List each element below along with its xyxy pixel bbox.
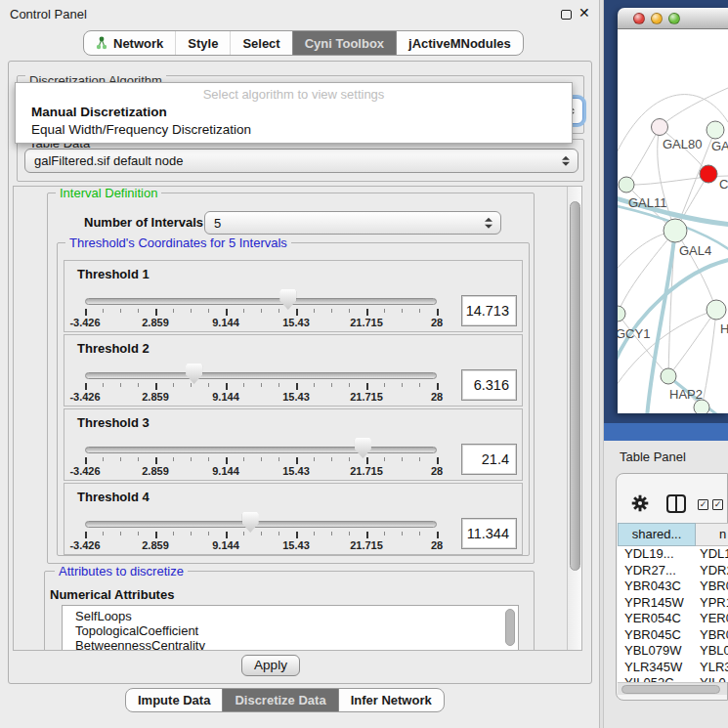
tab-jactivemnodules[interactable]: jActiveMNodules xyxy=(396,31,523,55)
algorithm-dropdown-popup: Select algorithm to view settings Manual… xyxy=(15,82,573,144)
list-scrollbar[interactable] xyxy=(505,609,515,646)
dropdown-item-equal-width[interactable]: Equal Width/Frequency Discretization xyxy=(31,122,251,137)
slider-thumb[interactable] xyxy=(186,364,202,384)
tab-network[interactable]: Network xyxy=(84,31,175,55)
num-intervals-label: Number of Intervals xyxy=(84,215,203,230)
network-node[interactable] xyxy=(661,368,676,384)
threshold-value-field[interactable]: 6.316 xyxy=(461,369,517,401)
slider-scale-labels: -3.4262.8599.14415.4321.71528 xyxy=(64,465,522,477)
threshold-value-field[interactable]: 21.4 xyxy=(461,444,517,475)
table-row[interactable]: YDL19...YDL1 xyxy=(618,546,728,563)
network-node[interactable] xyxy=(700,165,717,183)
slider-track[interactable] xyxy=(85,447,437,453)
network-node[interactable] xyxy=(618,306,625,321)
scrollbar-thumb[interactable] xyxy=(570,201,580,571)
network-node[interactable] xyxy=(707,300,726,320)
threshold-row: Threshold 1-3.4262.8599.14415.4321.71528… xyxy=(64,260,523,332)
num-intervals-spinner[interactable]: 5 xyxy=(204,211,501,235)
network-node[interactable] xyxy=(707,121,724,139)
close-icon[interactable]: ✕ xyxy=(578,5,590,21)
network-canvas[interactable]: GAL80GACGAL11GAL4GCY1HHAP2 xyxy=(618,29,728,413)
interval-definition-label: Interval Definition xyxy=(56,187,161,200)
slider-ticks xyxy=(64,457,522,465)
attribute-list-item[interactable]: BetweennessCentrality xyxy=(63,638,518,651)
node-table: shared... n YDL19...YDL1YDR27...YDR2YBR0… xyxy=(618,523,728,682)
table-row[interactable]: YPR145WYPR1 xyxy=(618,595,728,612)
zoom-traffic-light[interactable] xyxy=(668,13,680,24)
threshold-row: Threshold 2-3.4262.8599.14415.4321.71528… xyxy=(64,334,523,407)
tab-impute-data[interactable]: Impute Data xyxy=(126,689,222,711)
hscrollbar-thumb[interactable] xyxy=(621,685,720,694)
column-header-name[interactable]: n xyxy=(696,523,728,546)
threshold-label: Threshold 3 xyxy=(77,415,150,430)
bottom-tab-bar: Impute Data Discretize Data Infer Networ… xyxy=(125,688,445,712)
table-row[interactable]: YLR345WYLR3 xyxy=(618,660,728,676)
numerical-attributes-list[interactable]: SelfLoopsTopologicalCoefficientBetweenne… xyxy=(62,605,519,651)
threshold-row: Threshold 3-3.4262.8599.14415.4321.71528… xyxy=(64,408,523,481)
control-panel: Control Panel ✕ Network Style Select Cyn… xyxy=(0,0,599,728)
table-row[interactable]: YER054CYER0 xyxy=(618,611,728,627)
node-label: GAL4 xyxy=(679,243,711,258)
gear-icon[interactable] xyxy=(631,494,649,512)
horizontal-scrollbar[interactable] xyxy=(618,682,727,695)
slider-track[interactable] xyxy=(85,298,437,305)
attribute-list-item[interactable]: SelfLoops xyxy=(63,609,518,623)
column-layout-icon[interactable] xyxy=(666,494,686,513)
tab-style[interactable]: Style xyxy=(175,31,230,55)
network-node[interactable] xyxy=(694,400,709,413)
node-label: GA xyxy=(711,139,728,153)
thresholds-group-label: Threshold's Coordinates for 5 Intervals xyxy=(65,236,291,250)
column-header-shared[interactable]: shared... xyxy=(618,523,696,546)
tab-infer-network[interactable]: Infer Network xyxy=(338,689,444,711)
table-row[interactable]: YDR27...YDR2 xyxy=(618,563,728,579)
network-node[interactable] xyxy=(619,177,634,193)
table-panel-title: Table Panel xyxy=(620,450,686,464)
combo-arrows-icon xyxy=(562,155,570,166)
dropdown-item-manual[interactable]: Manual Discretization xyxy=(31,105,167,119)
network-node[interactable] xyxy=(664,219,687,242)
table-row[interactable]: YIL052CYIL0 xyxy=(618,675,728,682)
dropdown-hint[interactable]: Select algorithm to view settings xyxy=(16,87,572,102)
threshold-label: Threshold 1 xyxy=(77,267,150,281)
table-row[interactable]: YBR045CYBR0 xyxy=(618,627,728,644)
node-label: GAL11 xyxy=(628,195,667,210)
checkbox-icon[interactable]: ✓ xyxy=(712,499,723,510)
node-label: H xyxy=(720,321,728,336)
tab-select[interactable]: Select xyxy=(230,31,291,55)
slider-ticks xyxy=(64,383,522,391)
attributes-group-label: Attributes to discretize xyxy=(55,565,188,578)
network-node[interactable] xyxy=(652,119,668,136)
panel-title: Control Panel xyxy=(10,7,87,21)
vertical-scrollbar[interactable] xyxy=(567,187,582,650)
slider-thumb[interactable] xyxy=(279,289,296,310)
table-row[interactable]: YBR043CYBR0 xyxy=(618,578,728,595)
tab-discretize-data[interactable]: Discretize Data xyxy=(222,689,337,711)
numerical-attributes-label: Numerical Attributes xyxy=(50,587,174,602)
threshold-row: Threshold 4-3.4262.8599.14415.4321.71528… xyxy=(64,483,523,555)
slider-ticks xyxy=(64,532,522,539)
node-label: GCY1 xyxy=(618,326,650,341)
node-label: HAP2 xyxy=(669,387,703,402)
tab-cyni-toolbox[interactable]: Cyni Toolbox xyxy=(292,31,396,55)
apply-button[interactable]: Apply xyxy=(241,655,300,676)
slider-track[interactable] xyxy=(85,521,437,528)
minimize-traffic-light[interactable] xyxy=(651,13,663,24)
checkbox-icon[interactable]: ✓ xyxy=(698,499,708,510)
threshold-label: Threshold 4 xyxy=(77,490,150,504)
slider-thumb[interactable] xyxy=(242,512,259,533)
attribute-list-item[interactable]: TopologicalCoefficient xyxy=(63,623,518,638)
spinner-arrows-icon xyxy=(485,218,492,229)
table-row[interactable]: YBL079WYBL0 xyxy=(618,643,728,660)
close-traffic-light[interactable] xyxy=(633,13,645,24)
node-label: GAL80 xyxy=(663,137,702,151)
threshold-value-field[interactable]: 14.713 xyxy=(461,295,517,326)
slider-thumb[interactable] xyxy=(355,438,371,458)
network-window-titlebar[interactable] xyxy=(618,8,728,29)
top-tab-bar: Network Style Select Cyni Toolbox jActiv… xyxy=(83,30,524,56)
slider-track[interactable] xyxy=(85,372,437,379)
network-icon xyxy=(96,36,108,51)
slider-scale-labels: -3.4262.8599.14415.4321.71528 xyxy=(64,317,522,328)
float-window-icon[interactable] xyxy=(561,10,572,20)
threshold-value-field[interactable]: 11.344 xyxy=(461,518,517,549)
table-data-combobox[interactable]: galFiltered.sif default node xyxy=(24,149,578,173)
